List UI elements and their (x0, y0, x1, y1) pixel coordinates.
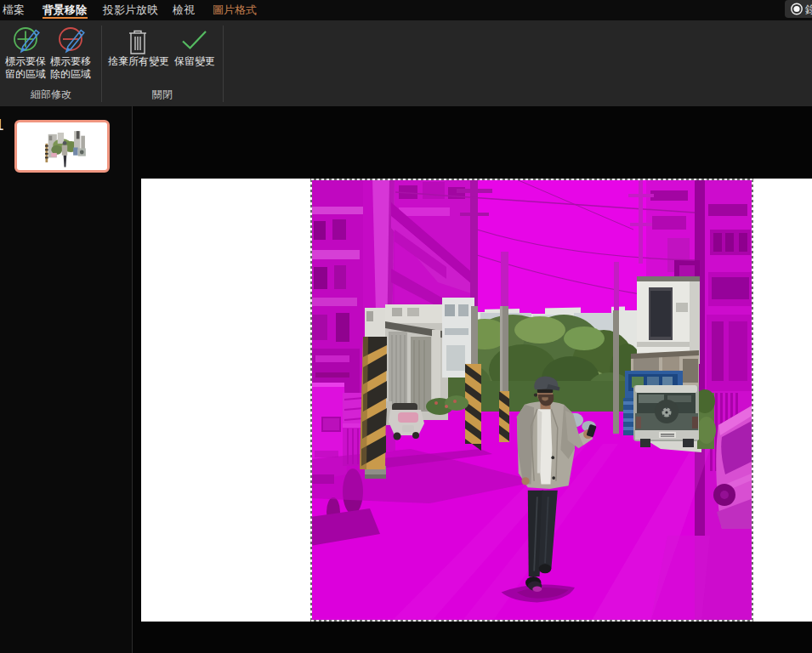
svg-text:錄: 錄 (805, 3, 812, 15)
